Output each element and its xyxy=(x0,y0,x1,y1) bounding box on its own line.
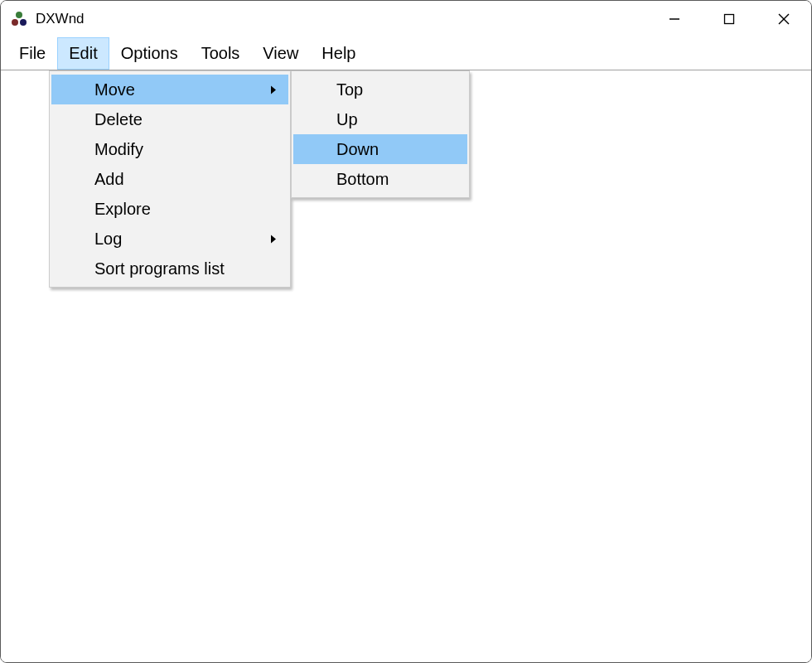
svg-point-0 xyxy=(16,12,22,18)
app-title: DXWnd xyxy=(36,11,85,27)
menu-label: Delete xyxy=(94,110,143,129)
edit-menu-modify[interactable]: Modify xyxy=(51,134,288,164)
svg-point-2 xyxy=(20,19,27,26)
menu-tools[interactable]: Tools xyxy=(190,37,252,70)
edit-menu-add[interactable]: Add xyxy=(51,164,288,194)
app-window: DXWnd File Edit Options Tools View Help … xyxy=(0,0,812,663)
edit-menu-delete[interactable]: Delete xyxy=(51,104,288,134)
edit-menu-log[interactable]: Log xyxy=(51,224,288,254)
client-area: Move Delete Modify Add Explore Log xyxy=(1,70,811,662)
menu-label: Explore xyxy=(94,200,151,219)
submenu-arrow-icon xyxy=(270,80,277,99)
menu-file[interactable]: File xyxy=(7,37,57,70)
move-menu-top[interactable]: Top xyxy=(293,75,467,104)
submenu-arrow-icon xyxy=(270,230,277,249)
menu-label: Sort programs list xyxy=(94,259,225,278)
move-menu-down[interactable]: Down xyxy=(293,134,467,164)
menu-edit[interactable]: Edit xyxy=(57,37,109,70)
edit-menu-move[interactable]: Move xyxy=(51,75,288,104)
edit-menu-explore[interactable]: Explore xyxy=(51,194,288,224)
menu-options[interactable]: Options xyxy=(109,37,190,70)
edit-dropdown: Move Delete Modify Add Explore Log xyxy=(49,70,291,288)
menu-help[interactable]: Help xyxy=(310,37,367,70)
window-controls xyxy=(647,1,811,37)
menu-label: Up xyxy=(336,110,358,129)
title-bar: DXWnd xyxy=(1,1,811,37)
edit-menu-sort[interactable]: Sort programs list xyxy=(51,254,288,283)
menu-label: Add xyxy=(94,170,124,189)
move-menu-up[interactable]: Up xyxy=(293,104,467,134)
move-submenu: Top Up Down Bottom xyxy=(291,70,470,198)
move-menu-bottom[interactable]: Bottom xyxy=(293,164,467,194)
menu-label: Bottom xyxy=(336,170,389,189)
menu-view[interactable]: View xyxy=(251,37,310,70)
svg-point-1 xyxy=(12,19,18,26)
menu-bar: File Edit Options Tools View Help xyxy=(1,37,811,70)
svg-rect-4 xyxy=(725,15,734,24)
maximize-button[interactable] xyxy=(702,1,756,37)
menu-label: Top xyxy=(336,80,363,99)
menu-label: Log xyxy=(94,230,122,249)
menu-label: Modify xyxy=(94,140,143,159)
menu-label: Down xyxy=(336,140,379,159)
close-button[interactable] xyxy=(756,1,811,37)
minimize-button[interactable] xyxy=(647,1,702,37)
menu-label: Move xyxy=(94,80,135,99)
app-icon xyxy=(11,11,27,27)
